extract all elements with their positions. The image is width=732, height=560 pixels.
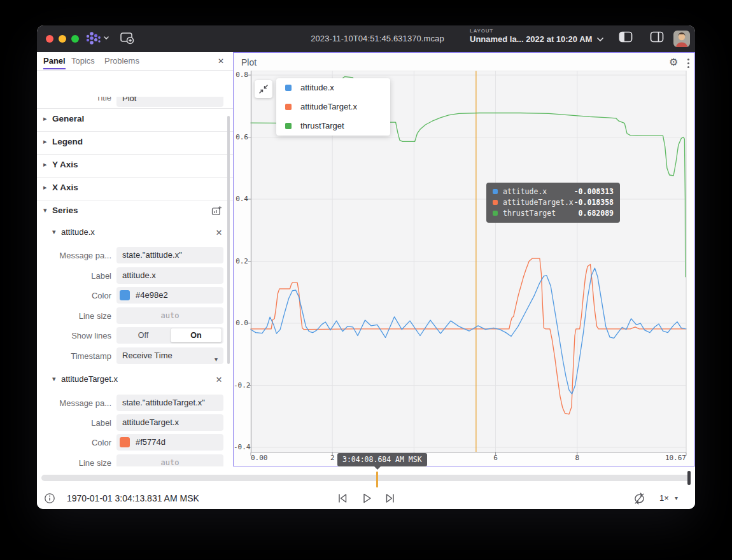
seek-backward-button[interactable] <box>336 492 350 506</box>
section-label: X Axis <box>52 183 78 192</box>
series-color-swatch <box>493 189 498 194</box>
play-button[interactable] <box>360 492 374 506</box>
current-timestamp: 1970-01-01 3:04:13.831 AM MSK <box>67 493 199 503</box>
app-menu-button[interactable] <box>85 31 109 48</box>
color-swatch[interactable] <box>120 290 130 300</box>
section-label: Legend <box>52 137 83 146</box>
line-size-row: Line size auto <box>37 307 233 324</box>
legend-item-attitude-x[interactable]: attitude.x <box>276 78 390 97</box>
toggle-right-sidebar-button[interactable] <box>650 31 665 46</box>
maximize-window-button[interactable] <box>71 35 79 43</box>
caret-right-icon: ▸ <box>43 183 47 192</box>
close-sidebar-button[interactable]: ✕ <box>215 55 227 67</box>
field-label: Title <box>37 97 111 102</box>
y-tick-label: 0.8 <box>234 71 248 80</box>
section-series[interactable]: ▾ Series <box>37 200 233 223</box>
title-bar: 2023-11-10T04:51:45.631370.mcap LAYOUT U… <box>37 25 695 52</box>
legend-item-thrust-target[interactable]: thrustTarget <box>276 116 390 136</box>
caret-down-icon: ▾ <box>52 228 56 236</box>
series-color-swatch <box>285 85 292 91</box>
section-x-axis[interactable]: ▸ X Axis <box>37 177 233 200</box>
series-color-swatch <box>285 123 292 129</box>
right-sidebar-icon <box>650 31 664 43</box>
color-input[interactable]: #f5774d <box>116 434 223 451</box>
color-input[interactable]: #4e98e2 <box>116 287 223 304</box>
label-input[interactable]: attitude.x <box>116 267 223 284</box>
toggle-left-sidebar-button[interactable] <box>619 31 634 46</box>
avatar-image <box>673 31 690 47</box>
timestamp-select[interactable]: Receive Time ▾ <box>116 347 223 364</box>
field-label: Line size <box>37 311 111 321</box>
tooltip-series-label: attitude.x <box>503 187 547 196</box>
tab-panel[interactable]: Panel <box>43 52 66 69</box>
color-value: #4e98e2 <box>136 290 168 300</box>
remove-series-button[interactable]: ✕ <box>213 374 225 386</box>
add-series-button[interactable] <box>211 206 222 216</box>
series-name: attitude.x <box>61 227 95 237</box>
minimize-window-button[interactable] <box>59 35 66 43</box>
playback-scrubber[interactable] <box>41 475 691 481</box>
layout-chevron-down-icon[interactable] <box>596 37 604 42</box>
hover-values-tooltip: attitude.x -0.008313 attitudeTarget.x -0… <box>486 183 620 223</box>
message-path-input[interactable]: state."attitude.x" <box>116 247 223 263</box>
line-size-value: auto <box>161 458 179 467</box>
legend-label: attitude.x <box>300 83 334 92</box>
close-window-button[interactable] <box>46 35 53 43</box>
tooltip-row: attitude.x -0.008313 <box>493 186 614 197</box>
tab-problems[interactable]: Problems <box>104 52 139 69</box>
play-icon <box>360 492 373 505</box>
plot-panel: Plot ⚙ 0.80.60.40.20.0-0.2-0.4 0.0024681… <box>233 52 695 466</box>
section-label: General <box>52 114 84 123</box>
section-legend[interactable]: ▸ Legend <box>37 131 233 154</box>
y-tick-label: 0.4 <box>234 195 248 204</box>
caret-right-icon: ▸ <box>43 115 47 123</box>
chevron-down-icon[interactable]: ▾ <box>675 494 678 501</box>
section-y-axis[interactable]: ▸ Y Axis <box>37 154 233 177</box>
section-general[interactable]: ▸ General <box>37 108 233 131</box>
loop-playback-button[interactable] <box>633 492 647 506</box>
tooltip-row: thrustTarget 0.682089 <box>493 208 614 219</box>
scrubber-playhead-handle[interactable] <box>687 471 691 485</box>
legend-collapse-button[interactable] <box>255 80 272 98</box>
seek-forward-icon <box>384 492 397 505</box>
color-row: Color #f5774d <box>37 434 233 451</box>
show-lines-on-button[interactable]: On <box>171 328 222 342</box>
y-tick-label: -0.2 <box>234 381 248 390</box>
message-path-input[interactable]: state."attitudeTarget.x" <box>116 395 223 411</box>
gear-icon: ⚙ <box>669 57 678 67</box>
series-editor-header-attitude-x[interactable]: ▾ attitude.x ✕ <box>37 224 233 242</box>
remove-series-button[interactable]: ✕ <box>213 227 225 239</box>
color-swatch[interactable] <box>120 437 130 447</box>
legend-item-attitude-target-x[interactable]: attitudeTarget.x <box>276 97 390 116</box>
tab-topics[interactable]: Topics <box>71 52 95 69</box>
playback-speed-button[interactable]: 1× <box>659 493 669 503</box>
message-path-row: Message pa... state."attitude.x" <box>37 247 233 263</box>
layout-selector[interactable]: LAYOUT Unnamed la... 2022 at 10:20 AM <box>470 28 597 44</box>
chevron-down-icon: ▾ <box>215 351 218 364</box>
panel-menu-button[interactable] <box>687 59 689 60</box>
field-label: Color <box>37 291 111 300</box>
tooltip-caret <box>374 466 381 470</box>
info-icon <box>43 492 56 505</box>
show-lines-off-button[interactable]: Off <box>116 327 170 344</box>
add-panel-button[interactable] <box>120 31 135 46</box>
panel-title-input[interactable]: Plot <box>116 97 223 107</box>
label-input[interactable]: attitudeTarget.x <box>116 414 223 431</box>
sidebar-scrollbar[interactable] <box>227 116 230 364</box>
sidebar-content: Title Plot ▸ General ▸ Legend ▸ Y Axis ▸… <box>37 97 233 493</box>
panel-settings-button[interactable]: ⚙ <box>669 56 678 68</box>
timestamp-row: Timestamp Receive Time ▾ <box>37 347 233 364</box>
user-avatar[interactable] <box>673 31 690 47</box>
series-editor-header-attitude-target-x[interactable]: ▾ attitudeTarget.x ✕ <box>37 371 233 389</box>
series-color-swatch <box>285 104 292 110</box>
app-window: 2023-11-10T04:51:45.631370.mcap LAYOUT U… <box>37 25 695 509</box>
line-size-input[interactable]: auto <box>116 307 223 324</box>
series-color-swatch <box>493 211 498 216</box>
label-row: Label attitude.x <box>37 267 233 284</box>
layout-name: Unnamed la... 2022 at 10:20 AM <box>470 34 597 44</box>
label-value: attitudeTarget.x <box>122 417 179 427</box>
legend-label: attitudeTarget.x <box>300 102 357 111</box>
seek-forward-button[interactable] <box>384 492 398 506</box>
y-tick-label: 0.2 <box>234 257 248 266</box>
data-source-info-button[interactable] <box>43 492 57 506</box>
